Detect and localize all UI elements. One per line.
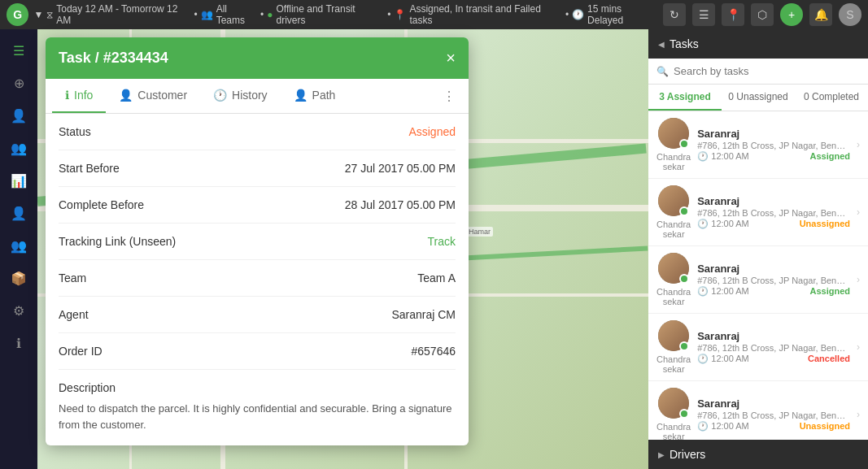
tab-customer-label: Customer xyxy=(137,89,187,102)
customer-tab-icon: 👤 xyxy=(119,89,133,102)
start-before-row: Start Before 27 Jul 2017 05.00 PM xyxy=(59,150,456,187)
assigned-label: Assigned xyxy=(667,91,711,102)
task-chevron: › xyxy=(857,206,860,218)
task-bottom: 🕐 12:00 AM Unassigned xyxy=(697,420,850,432)
tab-path[interactable]: 👤 Path xyxy=(281,79,349,113)
location-button[interactable]: 📍 xyxy=(722,3,744,26)
task-item[interactable]: Chandrasekar Saranraj #786, 12th B Cross… xyxy=(648,111,868,179)
sidebar-item-settings[interactable]: ⚙ xyxy=(4,296,33,325)
task-name: Saranraj xyxy=(697,195,850,207)
drivers-arrow: ▶ xyxy=(658,450,665,459)
user-avatar[interactable]: S xyxy=(839,3,861,26)
team-label: Team xyxy=(59,271,86,284)
filter-assigned[interactable]: 3 Assigned xyxy=(648,85,722,111)
date-range: Today 12 AM - Tomorrow 12 AM xyxy=(56,3,190,26)
tab-path-label: Path xyxy=(312,89,336,102)
status-row: Status Assigned xyxy=(59,114,456,150)
task-modal: Task / #2334434 × ℹ Info 👤 Customer 🕐 Hi… xyxy=(46,37,469,445)
add-button[interactable]: + xyxy=(780,3,803,26)
tab-customer[interactable]: 👤 Customer xyxy=(106,79,200,113)
task-name: Saranraj xyxy=(697,330,850,342)
tabs-more-button[interactable]: ⋮ xyxy=(436,82,462,111)
teams-icon: 👥 xyxy=(201,9,213,20)
modal-content: Status Assigned Start Before 27 Jul 2017… xyxy=(46,114,469,445)
tracking-link[interactable]: Track xyxy=(428,235,456,248)
top-bar: G ▼ ⧖ Today 12 AM - Tomorrow 12 AM • 👥 A… xyxy=(0,0,868,29)
task-status: Unassigned xyxy=(800,219,850,228)
filter-icon2: ⧖ xyxy=(46,9,53,20)
task-item[interactable]: Chandrasekar Saranraj #786, 12th B Cross… xyxy=(648,179,868,246)
sidebar-item-group[interactable]: 👥 xyxy=(4,133,33,163)
sidebar-item-info[interactable]: ℹ xyxy=(4,328,33,358)
online-badge xyxy=(679,206,689,216)
right-panel: ◀ Tasks 🔍 3 Assigned 0 Unassigned 0 Comp… xyxy=(648,29,868,469)
driver-name: Chandrasekar xyxy=(656,422,691,440)
task-address: #786, 12th B Cross, JP Nagar, Bengaluru. xyxy=(697,141,850,150)
tasks-text: Assigned, In transit and Failed tasks xyxy=(409,3,561,26)
pin-icon: 📍 xyxy=(394,9,406,20)
modal-close-button[interactable]: × xyxy=(446,49,456,67)
task-address: #786, 12th B Cross, JP Nagar, Bengaluru. xyxy=(697,343,850,353)
team-row: Team Team A xyxy=(59,260,456,297)
driver-name: Chandrasekar xyxy=(656,152,691,172)
sidebar-item-menu[interactable]: ☰ xyxy=(4,36,33,65)
tab-info[interactable]: ℹ Info xyxy=(52,79,106,113)
complete-before-label: Complete Before xyxy=(59,198,144,211)
sidebar-item-chart[interactable]: 📊 xyxy=(4,166,33,195)
list-button[interactable]: ☰ xyxy=(692,3,715,26)
sidebar-item-box[interactable]: 📦 xyxy=(4,263,33,293)
task-item[interactable]: Chandrasekar Saranraj #786, 12th B Cross… xyxy=(648,246,868,314)
search-input[interactable] xyxy=(674,65,860,77)
task-time: 🕐 12:00 AM xyxy=(697,219,749,229)
order-value: #657646 xyxy=(411,345,456,358)
team-value: Team A xyxy=(417,271,456,284)
online-badge xyxy=(679,409,689,419)
sep3: • xyxy=(387,9,390,20)
filter-unassigned[interactable]: 0 Unassigned xyxy=(722,85,795,111)
search-bar: 🔍 xyxy=(648,59,868,85)
delay-text: 15 mins Delayed xyxy=(587,3,658,26)
completed-label: Completed xyxy=(812,91,859,102)
search-icon: 🔍 xyxy=(656,66,669,77)
filter-completed[interactable]: 0 Completed xyxy=(795,85,868,111)
filter-icon: ▼ xyxy=(33,9,43,20)
task-bottom: 🕐 12:00 AM Unassigned xyxy=(697,218,850,229)
task-item[interactable]: Chandrasekar Saranraj #786, 12th B Cross… xyxy=(648,381,868,440)
task-status: Assigned xyxy=(809,286,850,296)
tab-history[interactable]: 🕐 History xyxy=(200,79,281,113)
clock-icon: 🕐 xyxy=(572,9,584,20)
description-section: Description Need to dispatch the parcel.… xyxy=(59,370,456,432)
sidebar-item-people[interactable]: 👥 xyxy=(4,231,33,260)
start-before-value: 27 Jul 2017 05.00 PM xyxy=(345,162,456,175)
task-status: Unassigned xyxy=(800,421,850,431)
agent-label: Agent xyxy=(59,308,89,321)
status-label: Status xyxy=(59,125,91,138)
app-logo[interactable]: G xyxy=(7,3,28,26)
driver-name: Chandrasekar xyxy=(656,287,691,306)
task-list: Chandrasekar Saranraj #786, 12th B Cross… xyxy=(648,111,868,440)
unassigned-count: 0 xyxy=(728,91,736,102)
refresh-button[interactable]: ↻ xyxy=(663,3,686,26)
driver-name: Chandrasekar xyxy=(656,354,691,374)
drivers-section: ▶ Drivers xyxy=(648,440,868,469)
description-label: Description xyxy=(59,370,456,394)
tasks-title: Tasks xyxy=(670,37,699,50)
task-time: 🕐 12:00 AM xyxy=(697,354,749,364)
sidebar-item-home[interactable]: ⊕ xyxy=(4,68,33,98)
start-before-label: Start Before xyxy=(59,162,120,175)
left-sidebar: ☰ ⊕ 👤 👥 📊 👤 👥 📦 ⚙ ℹ xyxy=(0,29,37,469)
drivers-text: Offline and Transit drivers xyxy=(276,3,384,26)
sidebar-item-person2[interactable]: 👤 xyxy=(4,198,33,228)
agent-value: Saranraj CM xyxy=(391,308,456,321)
task-item[interactable]: Chandrasekar Saranraj #786, 12th B Cross… xyxy=(648,314,868,381)
task-time: 🕐 12:00 AM xyxy=(697,286,749,297)
task-chevron: › xyxy=(857,139,860,150)
online-badge xyxy=(679,274,689,284)
teams-text: All Teams xyxy=(216,3,257,26)
sidebar-item-person[interactable]: 👤 xyxy=(4,101,33,130)
notification-button[interactable]: 🔔 xyxy=(809,3,832,26)
info-tab-icon: ℹ xyxy=(65,89,69,102)
share-button[interactable]: ⬡ xyxy=(751,3,774,26)
complete-before-row: Complete Before 28 Jul 2017 05.00 PM xyxy=(59,187,456,224)
task-time: 🕐 12:00 AM xyxy=(697,151,749,162)
